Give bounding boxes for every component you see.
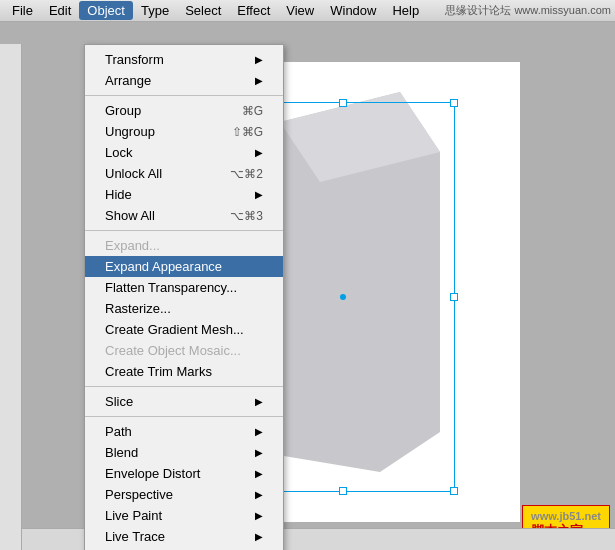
handle-tr[interactable] — [450, 99, 458, 107]
menu-item-envelope-distort[interactable]: Envelope Distort ▶ — [85, 463, 283, 484]
menu-item-lock[interactable]: Lock ▶ — [85, 142, 283, 163]
submenu-arrow: ▶ — [255, 189, 263, 200]
menu-item-perspective[interactable]: Perspective ▶ — [85, 484, 283, 505]
separator-4 — [85, 416, 283, 417]
submenu-arrow: ▶ — [255, 396, 263, 407]
submenu-arrow: ▶ — [255, 426, 263, 437]
handle-bc[interactable] — [339, 487, 347, 495]
menu-help[interactable]: Help — [384, 1, 427, 20]
menu-type[interactable]: Type — [133, 1, 177, 20]
menu-item-create-gradient-mesh[interactable]: Create Gradient Mesh... — [85, 319, 283, 340]
menu-item-show-all[interactable]: Show All ⌥⌘3 — [85, 205, 283, 226]
menubar: File Edit Object Type Select Effect View… — [0, 0, 615, 22]
center-point — [340, 294, 346, 300]
menu-item-rasterize[interactable]: Rasterize... — [85, 298, 283, 319]
submenu-arrow: ▶ — [255, 468, 263, 479]
menu-item-expand-appearance[interactable]: Expand Appearance — [85, 256, 283, 277]
menu-item-expand[interactable]: Expand... — [85, 235, 283, 256]
menu-select[interactable]: Select — [177, 1, 229, 20]
menu-edit[interactable]: Edit — [41, 1, 79, 20]
menu-item-live-trace[interactable]: Live Trace ▶ — [85, 526, 283, 547]
menu-item-transform[interactable]: Transform ▶ — [85, 49, 283, 70]
canvas-area: Transform ▶ Arrange ▶ Group ⌘G Ungroup ⇧… — [0, 22, 615, 550]
submenu-arrow: ▶ — [255, 447, 263, 458]
menu-item-hide[interactable]: Hide ▶ — [85, 184, 283, 205]
separator-1 — [85, 95, 283, 96]
menu-window[interactable]: Window — [322, 1, 384, 20]
handle-br[interactable] — [450, 487, 458, 495]
submenu-arrow: ▶ — [255, 147, 263, 158]
handle-tc[interactable] — [339, 99, 347, 107]
menu-object[interactable]: Object — [79, 1, 133, 20]
submenu-arrow: ▶ — [255, 54, 263, 65]
menu-item-arrange[interactable]: Arrange ▶ — [85, 70, 283, 91]
object-dropdown-menu: Transform ▶ Arrange ▶ Group ⌘G Ungroup ⇧… — [84, 44, 284, 550]
separator-2 — [85, 230, 283, 231]
menu-item-unlock-all[interactable]: Unlock All ⌥⌘2 — [85, 163, 283, 184]
menu-effect[interactable]: Effect — [229, 1, 278, 20]
menu-item-flatten-transparency[interactable]: Flatten Transparency... — [85, 277, 283, 298]
submenu-arrow: ▶ — [255, 510, 263, 521]
menu-item-ungroup[interactable]: Ungroup ⇧⌘G — [85, 121, 283, 142]
menu-item-create-trim-marks[interactable]: Create Trim Marks — [85, 361, 283, 382]
menu-item-group[interactable]: Group ⌘G — [85, 100, 283, 121]
separator-3 — [85, 386, 283, 387]
menu-item-slice[interactable]: Slice ▶ — [85, 391, 283, 412]
handle-mr[interactable] — [450, 293, 458, 301]
submenu-arrow: ▶ — [255, 531, 263, 542]
submenu-arrow: ▶ — [255, 75, 263, 86]
left-panel — [0, 44, 22, 550]
menu-view[interactable]: View — [278, 1, 322, 20]
menu-item-blend[interactable]: Blend ▶ — [85, 442, 283, 463]
menu-item-live-paint[interactable]: Live Paint ▶ — [85, 505, 283, 526]
watermark-top: 思缘设计论坛 www.missyuan.com — [445, 3, 611, 18]
menu-item-path[interactable]: Path ▶ — [85, 421, 283, 442]
submenu-arrow: ▶ — [255, 489, 263, 500]
menu-item-create-object-mosaic[interactable]: Create Object Mosaic... — [85, 340, 283, 361]
menu-file[interactable]: File — [4, 1, 41, 20]
